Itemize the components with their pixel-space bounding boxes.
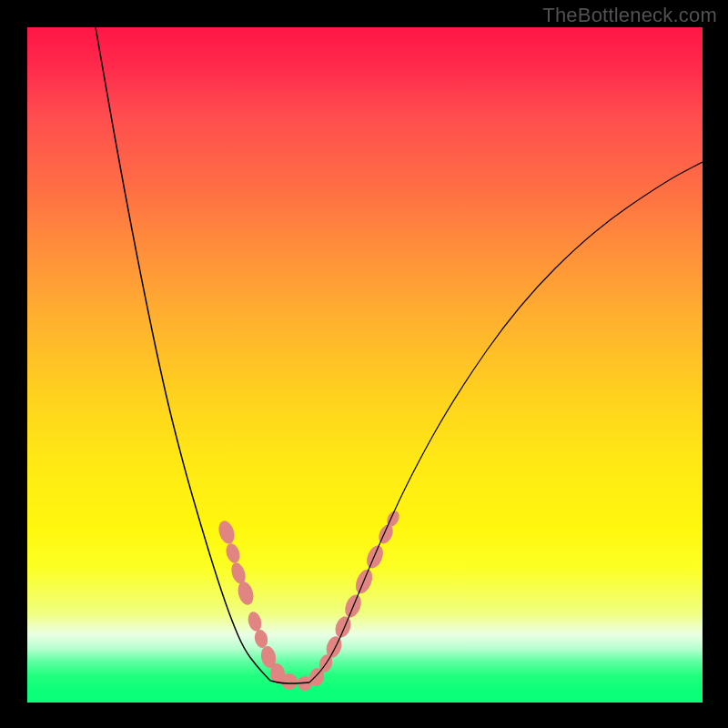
curve-svg: [27, 27, 703, 703]
bead: [224, 541, 242, 564]
bead: [236, 580, 257, 606]
watermark-text: TheBottleneck.com: [542, 4, 717, 27]
beads-group: [216, 509, 401, 691]
bead: [216, 519, 237, 546]
bead: [333, 614, 354, 640]
bead: [253, 629, 269, 650]
chart-frame: TheBottleneck.com: [0, 0, 728, 728]
bead: [364, 543, 387, 571]
plot-area: [27, 27, 703, 703]
curve-right: [309, 162, 703, 682]
bead: [281, 673, 298, 690]
bead: [246, 611, 263, 633]
